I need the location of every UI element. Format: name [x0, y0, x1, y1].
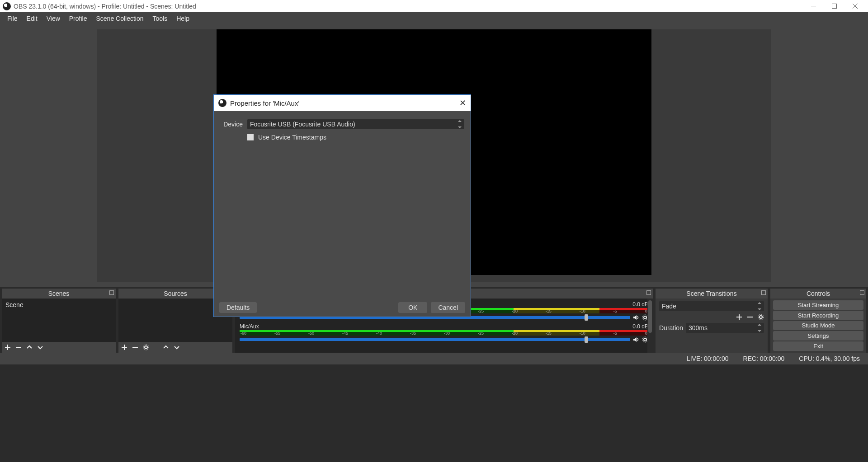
close-button[interactable] [844, 0, 865, 12]
volume-slider[interactable] [240, 338, 630, 341]
remove-source-button[interactable] [132, 344, 138, 350]
start-recording-button[interactable]: Start Recording [773, 311, 863, 320]
source-settings-button[interactable] [143, 344, 149, 350]
remove-transition-button[interactable] [747, 314, 753, 320]
menu-file[interactable]: File [3, 13, 22, 24]
use-device-timestamps-label: Use Device Timestamps [258, 134, 326, 141]
menu-view[interactable]: View [42, 13, 65, 24]
status-cpu: CPU: 0.4%, 30.00 fps [799, 355, 860, 362]
minimize-button[interactable] [803, 0, 824, 12]
add-source-button[interactable] [121, 344, 127, 350]
popout-icon[interactable] [109, 290, 114, 295]
duration-label: Duration [659, 324, 683, 331]
duration-value: 300ms [689, 324, 708, 331]
transition-select[interactable]: Fade [659, 301, 764, 311]
svg-point-16 [644, 338, 646, 341]
obs-logo-icon [218, 99, 226, 107]
cancel-button[interactable]: Cancel [431, 302, 465, 313]
move-scene-down-button[interactable] [37, 344, 43, 350]
window-title: OBS 23.1.0 (64-bit, windows) - Profile: … [14, 3, 196, 10]
controls-header: Controls [770, 289, 866, 299]
dialog-close-button[interactable]: ✕ [459, 98, 466, 108]
scenes-dock: Scenes Scene [2, 289, 116, 353]
svg-marker-12 [633, 315, 637, 320]
popout-icon[interactable] [761, 290, 766, 295]
mixer-channel-level: 0.0 dB [632, 323, 648, 330]
svg-marker-15 [633, 337, 637, 342]
controls-title: Controls [807, 290, 830, 297]
menu-tools[interactable]: Tools [148, 13, 172, 24]
menu-scene-collection[interactable]: Scene Collection [91, 13, 148, 24]
scene-item[interactable]: Scene [2, 299, 116, 311]
dialog-footer: Defaults OK Cancel [214, 299, 471, 317]
menu-edit[interactable]: Edit [22, 13, 42, 24]
settings-button[interactable]: Settings [773, 331, 863, 341]
transition-select-value: Fade [662, 303, 676, 310]
exit-button[interactable]: Exit [773, 341, 863, 351]
speaker-icon[interactable] [633, 336, 639, 343]
transitions-dock: Scene Transitions Fade Duration 300ms [656, 289, 768, 353]
svg-point-10 [145, 346, 147, 349]
svg-point-22 [758, 314, 764, 320]
ok-button[interactable]: OK [398, 302, 427, 313]
sources-title: Sources [164, 290, 187, 297]
mixer-meter: -60-55-50-45-40-35-30-25-20-15-10-50 [240, 330, 648, 336]
statusbar: LIVE: 00:00:00 REC: 00:00:00 CPU: 0.4%, … [0, 353, 868, 364]
controls-body: Start Streaming Start Recording Studio M… [770, 299, 866, 353]
mixer-channel-name: Mic/Aux [240, 323, 259, 330]
use-device-timestamps-checkbox[interactable] [247, 134, 254, 140]
dialog-body: Device Focusrite USB (Focusrite USB Audi… [214, 111, 471, 299]
move-source-down-button[interactable] [174, 344, 180, 350]
obs-logo-icon [3, 2, 11, 10]
menubar: File Edit View Profile Scene Collection … [0, 12, 868, 25]
transitions-header: Scene Transitions [656, 289, 768, 299]
transition-settings-button[interactable] [758, 314, 764, 320]
dialog-title: Properties for 'Mic/Aux' [230, 99, 299, 107]
properties-dialog: Properties for 'Mic/Aux' ✕ Device Focusr… [213, 94, 471, 317]
scenes-list[interactable]: Scene [2, 299, 116, 342]
popout-icon[interactable] [860, 290, 864, 295]
add-scene-button[interactable] [5, 344, 11, 350]
sources-toolbar [118, 342, 232, 353]
speaker-icon[interactable] [633, 314, 639, 321]
status-rec: REC: 00:00:00 [743, 355, 785, 362]
remove-scene-button[interactable] [15, 344, 22, 350]
duration-input[interactable]: 300ms [686, 323, 764, 333]
move-source-up-button[interactable] [163, 344, 169, 350]
dialog-titlebar[interactable]: Properties for 'Mic/Aux' ✕ [214, 95, 471, 111]
menu-profile[interactable]: Profile [65, 13, 92, 24]
mixer-scrollbar[interactable] [647, 299, 653, 353]
transitions-title: Scene Transitions [686, 290, 736, 297]
svg-point-21 [760, 316, 762, 318]
menu-help[interactable]: Help [172, 13, 194, 24]
scenes-title: Scenes [48, 290, 70, 297]
meter-ticks: -60-55-50-45-40-35-30-25-20-15-10-50 [240, 330, 648, 336]
transitions-body: Fade Duration 300ms [656, 299, 768, 353]
preview-area: Properties for 'Mic/Aux' ✕ Device Focusr… [0, 25, 868, 287]
add-transition-button[interactable] [736, 314, 742, 320]
move-scene-up-button[interactable] [26, 344, 33, 350]
svg-point-13 [644, 316, 646, 319]
status-live: LIVE: 00:00:00 [687, 355, 729, 362]
window-titlebar: OBS 23.1.0 (64-bit, windows) - Profile: … [0, 0, 868, 12]
device-label: Device [220, 121, 243, 128]
svg-rect-1 [832, 4, 836, 9]
scenes-header: Scenes [2, 289, 116, 299]
device-select-value: Focusrite USB (Focusrite USB Audio) [250, 121, 355, 128]
start-streaming-button[interactable]: Start Streaming [773, 300, 863, 310]
popout-icon[interactable] [646, 290, 651, 295]
defaults-button[interactable]: Defaults [219, 302, 257, 313]
scenes-toolbar [2, 342, 116, 353]
controls-dock: Controls Start Streaming Start Recording… [770, 289, 866, 353]
studio-mode-button[interactable]: Studio Mode [773, 321, 863, 331]
mixer-channel: Mic/Aux 0.0 dB -60-55-50-45-40-35-30-25-… [240, 323, 648, 343]
maximize-button[interactable] [824, 0, 844, 12]
device-select[interactable]: Focusrite USB (Focusrite USB Audio) [247, 119, 464, 129]
mixer-channel-level: 0.0 dB [632, 301, 648, 308]
svg-point-11 [143, 345, 149, 350]
